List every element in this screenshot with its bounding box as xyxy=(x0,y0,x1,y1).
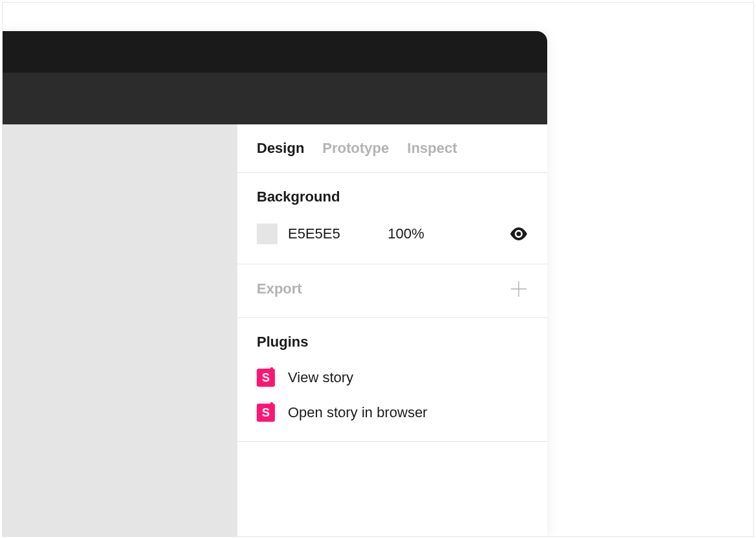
export-title: Export xyxy=(257,281,302,297)
add-export-button[interactable] xyxy=(510,280,528,298)
opacity-value[interactable]: 100% xyxy=(388,225,499,242)
storybook-icon: S xyxy=(257,369,275,387)
background-row: E5E5E5 100% xyxy=(257,224,528,244)
storybook-icon: S xyxy=(257,404,275,422)
plugin-item-open-browser[interactable]: S Open story in browser xyxy=(257,404,528,422)
panel-tabs: Design Prototype Inspect xyxy=(237,124,547,173)
export-header-row: Export xyxy=(257,280,528,298)
svg-point-0 xyxy=(517,232,521,236)
right-panel: Design Prototype Inspect Background E5E5… xyxy=(237,124,547,537)
background-section: Background E5E5E5 100% xyxy=(237,173,547,264)
color-swatch[interactable] xyxy=(257,224,278,244)
tab-design[interactable]: Design xyxy=(257,140,304,157)
plugin-label: Open story in browser xyxy=(288,404,427,421)
eye-icon xyxy=(510,227,528,240)
canvas[interactable] xyxy=(3,124,237,537)
app-window: Design Prototype Inspect Background E5E5… xyxy=(3,31,547,537)
visibility-toggle-icon[interactable] xyxy=(510,225,528,243)
hex-value[interactable]: E5E5E5 xyxy=(288,225,353,242)
plugin-label: View story xyxy=(288,369,353,386)
background-title: Background xyxy=(257,189,528,205)
tab-prototype[interactable]: Prototype xyxy=(322,140,389,157)
window-titlebar xyxy=(3,31,547,73)
plugins-title: Plugins xyxy=(257,334,528,350)
plugins-section: Plugins S View story S Open story in bro… xyxy=(237,318,547,442)
content-area: Design Prototype Inspect Background E5E5… xyxy=(3,124,547,537)
export-section: Export xyxy=(237,264,547,318)
app-frame: Design Prototype Inspect Background E5E5… xyxy=(2,2,754,537)
tab-inspect[interactable]: Inspect xyxy=(407,140,457,157)
window-toolbar xyxy=(3,73,547,124)
plugin-item-view-story[interactable]: S View story xyxy=(257,369,528,387)
plugin-list: S View story S Open story in browser xyxy=(257,369,528,422)
plus-icon xyxy=(510,281,527,297)
